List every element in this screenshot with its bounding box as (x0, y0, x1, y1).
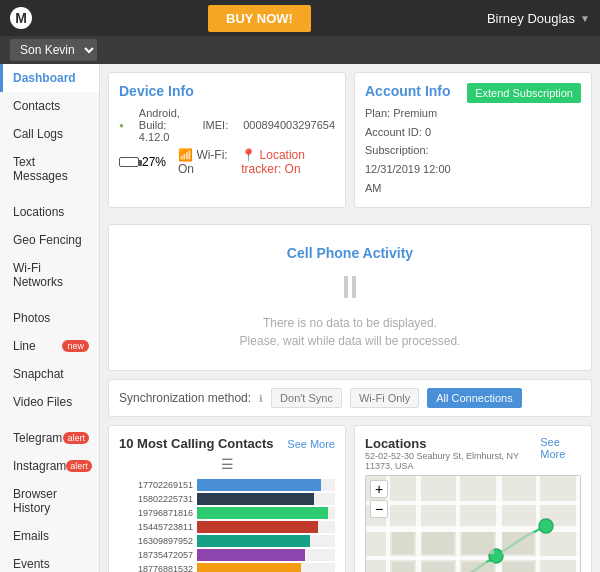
chart-header: 10 Most Calling Contacts See More (119, 436, 335, 451)
sidebar-item-snapchat[interactable]: Snapchat (0, 360, 99, 388)
sync-method-card: Synchronization method: ℹ Don't Sync Wi-… (108, 379, 592, 417)
instagram-badge: alert (66, 460, 92, 472)
dont-sync-button[interactable]: Don't Sync (271, 388, 342, 408)
bar-container (197, 549, 335, 561)
bar-fill (197, 479, 321, 491)
battery-indicator: 27% (119, 155, 166, 169)
svg-rect-8 (456, 476, 460, 572)
svg-rect-20 (392, 562, 414, 572)
svg-rect-21 (422, 562, 454, 572)
sidebar-item-browser-history[interactable]: Browser History (0, 480, 99, 522)
device-os-row: ● Android, Build: 4.12.0 IMEI: 000894003… (119, 107, 335, 143)
sync-info-icon[interactable]: ℹ (259, 393, 263, 404)
bar-row: 18735472057 (119, 549, 335, 561)
map-address: 52-02-52-30 Seabury St, Elmhurst, NY 113… (365, 451, 540, 471)
wifi-indicator: 📶 Wi-Fi: On (178, 148, 229, 176)
bar-fill (197, 535, 310, 547)
bar-label: 16309897952 (119, 536, 197, 546)
account-id-label: Account ID: (365, 126, 422, 138)
sidebar-item-video-files[interactable]: Video Files (0, 388, 99, 416)
account-info-details: Plan: Premium Account ID: 0 Subscription… (365, 104, 467, 197)
device-info-card: Device Info ● Android, Build: 4.12.0 IME… (108, 72, 346, 208)
device-imei-label: IMEI: (203, 119, 229, 131)
logo: M (10, 7, 32, 29)
map-zoom-in-button[interactable]: + (370, 480, 388, 498)
bar-label: 15802225731 (119, 494, 197, 504)
map-container: + − Leaflet | © Tiles Courtesy of MapQue… (365, 475, 581, 572)
extend-subscription-button[interactable]: Extend Subscription (467, 83, 581, 103)
bar-row: 17702269151 (119, 479, 335, 491)
bar-fill (197, 521, 318, 533)
bar-container (197, 507, 335, 519)
bar-label: 15445723811 (119, 522, 197, 532)
header: M BUY NOW! Birney Douglas ▼ (0, 0, 600, 36)
bar-label: 18776881532 (119, 564, 197, 572)
sidebar-item-geo-fencing[interactable]: Geo Fencing (0, 226, 99, 254)
svg-rect-19 (502, 532, 534, 554)
buy-now-button[interactable]: BUY NOW! (208, 5, 311, 32)
sidebar-item-wifi-networks[interactable]: Wi-Fi Networks (0, 254, 99, 296)
user-selector[interactable]: Son Kevin (10, 39, 97, 61)
svg-rect-17 (422, 532, 454, 554)
bar-container (197, 563, 335, 572)
sidebar-divider-2 (0, 296, 99, 304)
bar-fill (197, 549, 305, 561)
map-background (366, 476, 580, 572)
sync-method-label: Synchronization method: (119, 391, 251, 405)
sidebar-item-events[interactable]: Events (0, 550, 99, 572)
bar-fill (197, 507, 328, 519)
user-menu-arrow: ▼ (580, 13, 590, 24)
svg-rect-23 (502, 562, 534, 572)
map-title: Locations (365, 436, 426, 451)
map-zoom-out-button[interactable]: − (370, 500, 388, 518)
battery-pct: 27% (142, 155, 166, 169)
device-imei: 000894003297654 (243, 119, 335, 131)
plan-value: Premium (393, 107, 437, 119)
svg-rect-3 (366, 556, 580, 560)
sidebar-item-call-logs[interactable]: Call Logs (0, 120, 99, 148)
sidebar-item-contacts[interactable]: Contacts (0, 92, 99, 120)
calling-contacts-card: 10 Most Calling Contacts See More ☰ 1770… (108, 425, 346, 572)
bar-label: 18735472057 (119, 550, 197, 560)
sidebar-item-line[interactable]: Line new (0, 332, 99, 360)
device-info-title: Device Info (119, 83, 335, 99)
account-id-value: 0 (425, 126, 431, 138)
device-os: Android, Build: 4.12.0 (139, 107, 188, 143)
bar-fill (197, 493, 314, 505)
chart-menu-icon[interactable]: ☰ (119, 456, 335, 472)
sidebar-item-emails[interactable]: Emails (0, 522, 99, 550)
sidebar-divider-1 (0, 190, 99, 198)
all-connections-button[interactable]: All Connections (427, 388, 521, 408)
sidebar: Dashboard Contacts Call Logs Text Messag… (0, 64, 100, 572)
map-see-more-link[interactable]: See More (540, 436, 581, 460)
content-area: Device Info ● Android, Build: 4.12.0 IME… (100, 64, 600, 572)
no-data-text: There is no data to be displayed. Please… (119, 314, 581, 350)
plan-label: Plan: (365, 107, 390, 119)
bar-chart: 1770226915115802225731197968718161544572… (119, 477, 335, 572)
info-row: Device Info ● Android, Build: 4.12.0 IME… (108, 72, 592, 216)
line-badge: new (62, 340, 89, 352)
sidebar-item-text-messages[interactable]: Text Messages (0, 148, 99, 190)
subscription-value: 12/31/2019 12:00 AM (365, 163, 451, 194)
sidebar-item-dashboard[interactable]: Dashboard (0, 64, 99, 92)
bar-container (197, 535, 335, 547)
user-menu[interactable]: Birney Douglas ▼ (487, 11, 590, 26)
map-header: Locations 52-02-52-30 Seabury St, Elmhur… (365, 436, 581, 471)
device-indicators: 27% 📶 Wi-Fi: On 📍 Location tracker: On (119, 148, 335, 176)
subscription-label: Subscription: (365, 144, 429, 156)
wifi-only-button[interactable]: Wi-Fi Only (350, 388, 419, 408)
sidebar-item-telegram[interactable]: Telegram alert (0, 424, 99, 452)
account-info-title: Account Info (365, 83, 467, 99)
telegram-badge: alert (63, 432, 89, 444)
svg-rect-16 (392, 532, 414, 554)
chart-see-more-link[interactable]: See More (287, 438, 335, 450)
sidebar-item-photos[interactable]: Photos (0, 304, 99, 332)
pause-icon: ⏸ (119, 269, 581, 306)
main-layout: Dashboard Contacts Call Logs Text Messag… (0, 64, 600, 572)
svg-rect-22 (462, 562, 494, 572)
cell-phone-activity-title: Cell Phone Activity (119, 245, 581, 261)
sidebar-item-instagram[interactable]: Instagram alert (0, 452, 99, 480)
locations-card: Locations 52-02-52-30 Seabury St, Elmhur… (354, 425, 592, 572)
sidebar-item-locations[interactable]: Locations (0, 198, 99, 226)
svg-rect-11 (576, 476, 580, 572)
